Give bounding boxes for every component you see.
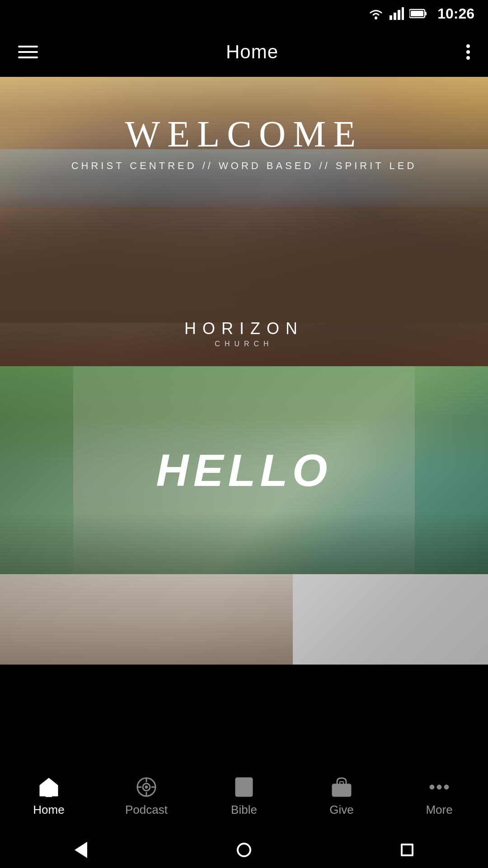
overflow-menu-button[interactable]: [466, 44, 470, 60]
horizon-logo-sub: CHURCH: [184, 340, 304, 348]
nav-item-bible[interactable]: Bible: [195, 775, 293, 817]
app-header: Home: [0, 27, 488, 77]
bible-icon: [232, 775, 256, 799]
android-home-button[interactable]: [237, 843, 251, 857]
content-area: WELCOME CHRIST CENTRED // WORD BASED // …: [0, 77, 488, 769]
welcome-subtitle: CHRIST CENTRED // WORD BASED // SPIRIT L…: [71, 160, 417, 172]
hello-text-overlay: HELLO: [0, 366, 488, 574]
svg-point-20: [437, 785, 441, 789]
nav-item-podcast[interactable]: Podcast: [98, 775, 195, 817]
page-title: Home: [226, 41, 278, 63]
podcast-nav-icon: [134, 775, 159, 799]
home-nav-icon: [37, 775, 61, 799]
home-icon: [37, 775, 61, 799]
svg-point-11: [145, 786, 148, 788]
welcome-banner[interactable]: WELCOME CHRIST CENTRED // WORD BASED // …: [0, 77, 488, 366]
bottom-navigation: Home Podcast Bible: [0, 760, 488, 832]
bible-nav-icon: [232, 775, 256, 799]
more-nav-icon: [427, 775, 451, 799]
svg-point-21: [444, 785, 449, 789]
android-recents-button[interactable]: [401, 844, 413, 856]
status-icons: 10:26: [368, 5, 474, 22]
horizon-logo-text: HORIZON: [184, 319, 304, 338]
svg-rect-7: [411, 11, 423, 16]
hamburger-menu-button[interactable]: [18, 46, 38, 58]
hello-banner[interactable]: HELLO: [0, 366, 488, 574]
wifi-icon: [368, 7, 384, 20]
nav-item-give[interactable]: Give: [293, 775, 390, 817]
podcast-icon: [135, 775, 158, 799]
status-bar: 10:26: [0, 0, 488, 27]
back-triangle-icon: [75, 842, 87, 858]
svg-rect-8: [46, 791, 52, 797]
battery-icon: [409, 8, 427, 19]
nav-item-home[interactable]: Home: [0, 775, 98, 817]
more-icon: [427, 775, 451, 799]
third-banner[interactable]: [0, 574, 488, 665]
nav-label-more: More: [426, 803, 452, 817]
svg-point-0: [375, 17, 377, 19]
svg-rect-4: [402, 7, 404, 20]
recents-square-icon: [401, 844, 413, 856]
welcome-title: WELCOME: [125, 113, 363, 156]
nav-label-home: Home: [33, 803, 64, 817]
hello-title: HELLO: [156, 444, 332, 496]
android-back-button[interactable]: [75, 842, 87, 858]
third-background: [0, 574, 488, 665]
status-time: 10:26: [437, 5, 474, 22]
nav-label-give: Give: [329, 803, 353, 817]
svg-rect-6: [425, 12, 427, 15]
signal-icon: [389, 7, 404, 20]
home-circle-icon: [237, 843, 251, 857]
give-icon: [330, 775, 353, 799]
android-nav-bar: [0, 832, 488, 868]
horizon-church-logo: HORIZON CHURCH: [184, 319, 304, 348]
nav-label-bible: Bible: [231, 803, 257, 817]
svg-rect-2: [394, 13, 396, 20]
nav-label-podcast: Podcast: [125, 803, 168, 817]
give-nav-icon: [329, 775, 354, 799]
svg-rect-1: [389, 15, 392, 20]
svg-point-19: [430, 785, 434, 789]
svg-rect-3: [398, 10, 400, 20]
nav-item-more[interactable]: More: [390, 775, 488, 817]
